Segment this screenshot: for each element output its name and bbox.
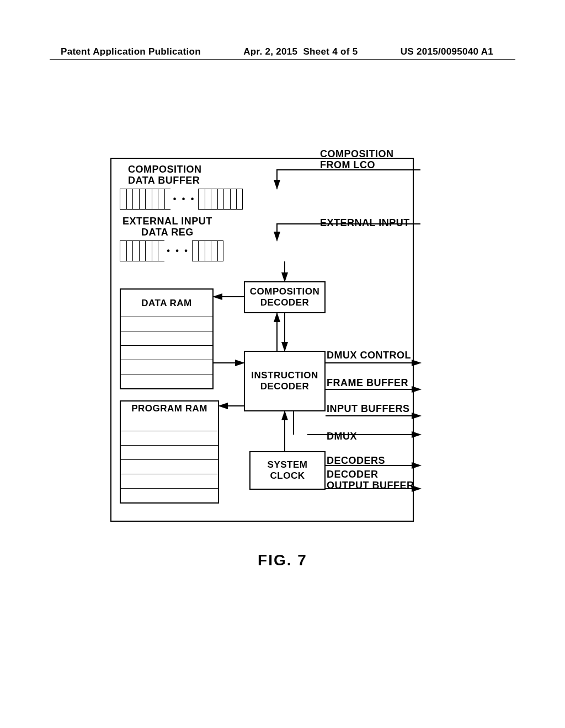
label-composition-data-buffer: COMPOSITION DATA BUFFER bbox=[128, 164, 202, 186]
header-rule bbox=[50, 59, 515, 60]
instruction-decoder: INSTRUCTION DECODER bbox=[244, 351, 326, 411]
composition-decoder: COMPOSITION DECODER bbox=[244, 281, 326, 313]
header-left: Patent Application Publication bbox=[61, 46, 201, 57]
composition-data-buffer: • • • bbox=[120, 189, 243, 210]
external-input-data-reg: • • • bbox=[120, 240, 223, 261]
label-external-input-data-reg: EXTERNAL INPUT DATA REG bbox=[122, 216, 212, 238]
header-right: US 2015/0095040 A1 bbox=[401, 46, 493, 57]
label-dmux-control: DMUX CONTROL bbox=[327, 350, 411, 361]
data-ram: DATA RAM bbox=[120, 288, 214, 389]
system-clock: SYSTEM CLOCK bbox=[249, 451, 326, 490]
page-header: Patent Application Publication Apr. 2, 2… bbox=[61, 46, 493, 57]
system-frame: COMPOSITION DATA BUFFER • • • EXTERNAL I… bbox=[110, 158, 414, 522]
program-ram: PROGRAM RAM bbox=[120, 400, 219, 504]
label-frame-buffer: FRAME BUFFER bbox=[327, 378, 408, 389]
label-dmux: DMUX bbox=[327, 431, 357, 442]
figure-caption: FIG. 7 bbox=[0, 552, 565, 569]
label-decoders: DECODERS bbox=[327, 456, 385, 467]
label-input-buffers: INPUT BUFFERS bbox=[327, 404, 410, 415]
header-center: Apr. 2, 2015 Sheet 4 of 5 bbox=[243, 46, 358, 57]
label-decoder-output-buffer: DECODER OUTPUT BUFFER bbox=[327, 469, 414, 491]
